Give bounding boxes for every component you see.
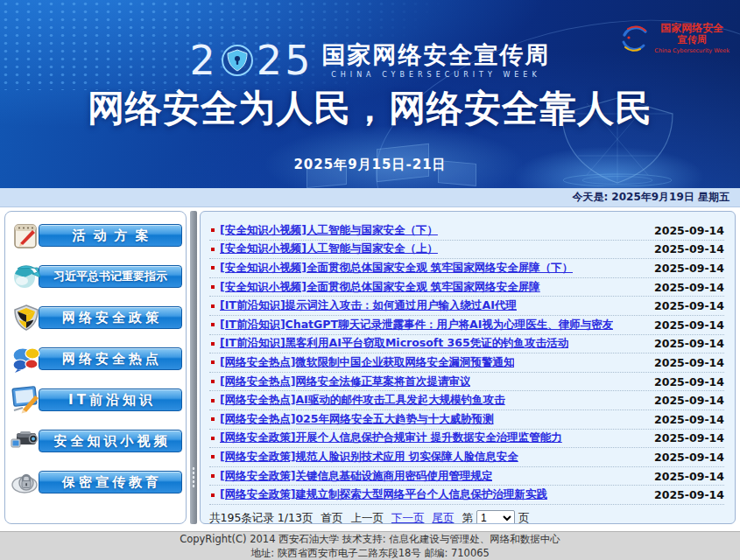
logo-year: 2 25 <box>190 40 314 80</box>
bullet-icon <box>211 399 215 402</box>
article-row: [IT前沿知识]黑客利用AI平台窃取Microsoft 365凭证的钓鱼攻击活动… <box>209 335 724 354</box>
article-row: [网络安全热点]AI驱动的邮件攻击工具发起大规模钓鱼攻击2025-09-14 <box>209 391 724 410</box>
article-date: 2025-09-14 <box>645 431 724 444</box>
article-link[interactable]: [网络安全热点]网络安全法修正草案将首次提请审议 <box>220 374 470 389</box>
bullet-icon <box>211 285 215 289</box>
shield-icon <box>9 300 44 335</box>
sidebar-item-label: 网络安全热点 <box>39 347 182 370</box>
article-row: [网络安全热点]微软限制中国企业获取网络安全漏洞预警通知2025-09-14 <box>209 354 724 373</box>
article-link[interactable]: [IT前沿知识]黑客利用AI平台窃取Microsoft 365凭证的钓鱼攻击活动 <box>220 336 568 351</box>
bullet-icon <box>211 266 215 270</box>
bullet-icon <box>211 494 215 497</box>
article-link[interactable]: [网络安全热点]AI驱动的邮件攻击工具发起大规模钓鱼攻击 <box>220 393 505 408</box>
logo-year-prefix: 2 <box>190 40 218 80</box>
article-link[interactable]: [网络安全政策]规范人脸识别技术应用 切实保障人脸信息安全 <box>220 450 518 465</box>
bullet-icon <box>211 248 215 251</box>
badge-title-line1: 国家网络安全 <box>660 23 723 35</box>
bullet-icon <box>211 304 215 308</box>
sidebar-item-7[interactable]: 保密宣传教育 <box>9 465 182 500</box>
bullet-icon <box>211 228 215 232</box>
article-date: 2025-09-14 <box>645 337 724 350</box>
sidebar-item-3[interactable]: 网络安全政策 <box>9 300 182 335</box>
bullet-icon <box>211 437 215 440</box>
record-summary: 共195条记录 1/13页 <box>209 511 313 524</box>
page-suffix-label: 页 <box>518 511 530 524</box>
article-date: 2025-09-14 <box>645 224 724 237</box>
sidebar-splitter[interactable] <box>190 211 197 524</box>
article-date: 2025-09-14 <box>645 262 724 275</box>
banner-slogan: 网络安全为人民，网络安全靠人民 <box>0 84 740 133</box>
sidebar-item-label: 习近平总书记重要指示 <box>39 265 182 288</box>
first-page-button[interactable]: 首页 <box>321 511 342 524</box>
sidebar-item-4[interactable]: 网络安全热点 <box>9 341 182 376</box>
article-row: [安全知识小视频]全面贯彻总体国家安全观 筑牢国家网络安全屏障（下）2025-0… <box>209 259 724 278</box>
article-date: 2025-09-14 <box>645 356 724 369</box>
article-row: [安全知识小视频]人工智能与国家安全（下）2025-09-14 <box>209 221 724 241</box>
article-link[interactable]: [网络安全热点]微软限制中国企业获取网络安全漏洞预警通知 <box>220 355 514 370</box>
article-link[interactable]: [安全知识小视频]人工智能与国家安全（下） <box>220 223 438 238</box>
badge-subtitle: China Cybersecurity Week <box>654 47 729 54</box>
article-date: 2025-09-14 <box>645 375 724 388</box>
sidebar-item-label: 活动方案 <box>39 224 182 247</box>
article-link[interactable]: [网络安全政策]建规立制探索大型网络平台个人信息保护治理新实践 <box>220 487 547 502</box>
article-row: [网络安全热点]025年网络安全五大趋势与十大威胁预测2025-09-14 <box>209 410 724 430</box>
article-date: 2025-09-14 <box>645 299 724 312</box>
corner-badge: 国家网络安全 宣传周 China Cybersecurity Week <box>619 23 729 54</box>
article-date: 2025-09-14 <box>645 281 724 294</box>
today-text: 今天是: 2025年9月19日 星期五 <box>572 190 729 205</box>
page-select[interactable]: 1 <box>476 510 515 524</box>
bullet-icon <box>211 360 215 364</box>
sidebar-item-1[interactable]: 活动方案 <box>9 218 182 253</box>
footer-address: 地址: 陕西省西安市电子二路东段18号 邮编: 710065 <box>250 546 490 560</box>
chat-bubbles-icon <box>9 341 44 376</box>
next-page-button[interactable]: 下一页 <box>391 511 425 524</box>
footer: CopyRight(C) 2014 西安石油大学 技术支持: 信息化建设与管理处… <box>0 531 740 560</box>
article-row: [网络安全政策]建规立制探索大型网络平台个人信息保护治理新实践2025-09-1… <box>209 486 724 505</box>
article-row: [网络安全政策]开展个人信息保护合规审计 提升数据安全治理监管能力2025-09… <box>209 430 724 449</box>
article-row: [网络安全热点]网络安全法修正草案将首次提请审议2025-09-14 <box>209 373 724 392</box>
banner-date-range: 2025年9月15日-21日 <box>0 157 740 173</box>
pagination: 共195条记录 1/13页 首页 上一页 下一页 尾页 第 1 页 <box>209 510 724 524</box>
bullet-icon <box>211 455 215 458</box>
article-date: 2025-09-14 <box>645 413 724 426</box>
bullet-icon <box>211 342 215 346</box>
monitor-pencil-icon <box>9 382 44 417</box>
sidebar-item-2[interactable]: 习近平总书记重要指示 <box>9 259 182 294</box>
prev-page-button[interactable]: 上一页 <box>350 511 384 524</box>
bullet-icon <box>211 417 215 421</box>
today-bar: 今天是: 2025年9月19日 星期五 <box>0 188 740 207</box>
article-row: [IT前沿知识]提示词注入攻击：如何通过用户输入绕过AI代理2025-09-14 <box>209 297 724 316</box>
article-link[interactable]: [安全知识小视频]全面贯彻总体国家安全观 筑牢国家网络安全屏障（下） <box>220 261 573 276</box>
article-row: [网络安全政策]关键信息基础设施商用密码使用管理规定2025-09-14 <box>209 467 724 486</box>
article-link[interactable]: [网络安全政策]开展个人信息保护合规审计 提升数据安全治理监管能力 <box>220 430 562 445</box>
notepad-icon <box>9 218 44 253</box>
article-list-panel: [安全知识小视频]人工智能与国家安全（下）2025-09-14[安全知识小视频]… <box>200 211 736 524</box>
logo-year-suffix: 25 <box>257 40 314 80</box>
banner: 2 25 国家网络安全宣传周 CHINA CYBERSECURITY WEEK <box>0 0 740 188</box>
article-link[interactable]: [安全知识小视频]全面贯彻总体国家安全观 筑牢国家网络安全屏障 <box>220 280 540 295</box>
sidebar-item-label: IT前沿知识 <box>39 388 182 411</box>
article-date: 2025-09-14 <box>645 394 724 407</box>
bullet-icon <box>211 380 215 383</box>
article-link[interactable]: [网络安全政策]关键信息基础设施商用密码使用管理规定 <box>220 469 492 484</box>
sidebar-item-label: 网络安全政策 <box>39 306 182 329</box>
article-link[interactable]: [IT前沿知识]提示词注入攻击：如何通过用户输入绕过AI代理 <box>220 298 517 313</box>
bullet-icon <box>211 474 215 478</box>
sidebar-item-label: 保密宣传教育 <box>39 471 182 494</box>
article-link[interactable]: [安全知识小视频]人工智能与国家安全（上） <box>220 242 438 256</box>
article-row: [网络安全政策]规范人脸识别技术应用 切实保障人脸信息安全2025-09-14 <box>209 448 724 467</box>
article-row: [IT前沿知识]ChatGPT聊天记录泄露事件：用户将AI视为心理医生、律师与密… <box>209 316 724 335</box>
badge-title-line2: 宣传周 <box>678 35 707 46</box>
sidebar-item-5[interactable]: IT前沿知识 <box>9 382 182 417</box>
article-date: 2025-09-14 <box>645 488 724 501</box>
article-link[interactable]: [IT前沿知识]ChatGPT聊天记录泄露事件：用户将AI视为心理医生、律师与密… <box>220 318 613 332</box>
logo-shield-icon <box>220 43 255 78</box>
page-prefix-label: 第 <box>462 511 473 524</box>
article-link[interactable]: [网络安全热点]025年网络安全五大趋势与十大威胁预测 <box>220 412 494 427</box>
logo-subtitle: CHINA CYBERSECURITY WEEK <box>331 71 540 79</box>
body: 活动方案习近平总书记重要指示网络安全政策网络安全热点IT前沿知识安全知识小视频保… <box>0 207 740 531</box>
last-page-button[interactable]: 尾页 <box>432 511 454 524</box>
sidebar-item-6[interactable]: 安全知识小视频 <box>9 424 182 458</box>
page: 2 25 国家网络安全宣传周 CHINA CYBERSECURITY WEEK <box>0 0 740 560</box>
article-row: [安全知识小视频]全面贯彻总体国家安全观 筑牢国家网络安全屏障2025-09-1… <box>209 278 724 298</box>
